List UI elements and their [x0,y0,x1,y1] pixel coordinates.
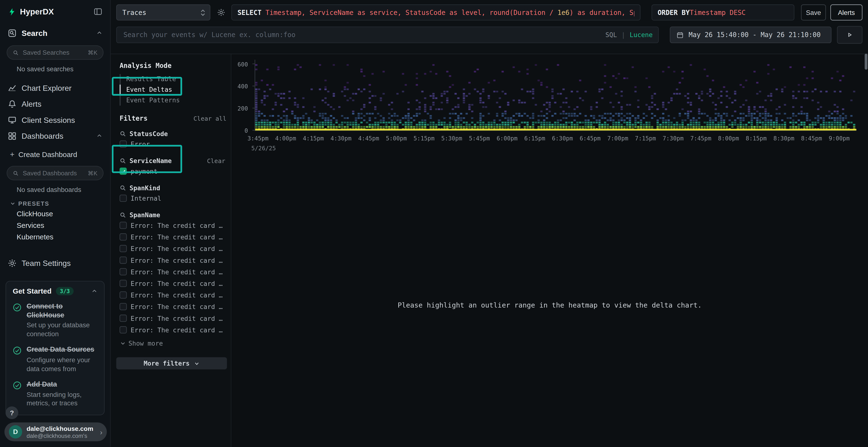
filter-group-header[interactable]: StatusCode [120,130,226,138]
presets-toggle[interactable]: PRESETS [10,200,110,207]
lang-toggle-sql[interactable]: SQL [606,31,617,39]
analysis-mode-event-patterns[interactable]: Event Patterns [120,95,226,106]
filter-option[interactable]: payment [120,166,226,176]
saved-searches-input[interactable]: Saved Searches ⌘K [7,45,104,60]
source-select[interactable]: Traces [116,4,210,21]
sidebar-item-search[interactable]: Search [0,25,110,41]
sidebar-item-label: Client Sessions [22,115,75,124]
sidebar-item-dashboards[interactable]: Dashboards [0,128,110,144]
checkbox[interactable] [120,268,127,276]
get-started-step-texts: Create Data SourcesConfigure where your … [27,346,94,373]
analysis-mode-results-table[interactable]: Results Table [120,74,226,85]
order-by-editor[interactable]: ORDER BY Timestamp DESC [651,4,794,21]
filter-group-header[interactable]: SpanName [120,211,226,219]
plus-icon: + [10,150,14,159]
filter-groups: StatusCodeErrorServiceNameClearpaymentSp… [120,130,226,347]
filter-option[interactable]: Error: The credit card … [120,278,226,289]
app-window: HyperDX Search Saved Searches ⌘K No save… [0,0,868,447]
analysis-mode-event-deltas[interactable]: Event Deltas [120,84,226,95]
chevron-down-icon [194,360,199,366]
checkbox[interactable] [120,195,127,202]
checkbox[interactable] [120,233,127,241]
x-tick-label: 7:45pm [687,135,715,142]
gear-icon [217,8,225,16]
checkbox[interactable] [120,245,127,252]
saved-dashboards-input[interactable]: Saved Dashboards ⌘K [7,166,104,180]
filter-option[interactable]: Internal [120,193,226,204]
check-circle-icon [13,303,22,312]
topbar: Traces SELECT Timestamp, ServiceName as … [111,4,868,54]
sidebar-collapse-icon[interactable] [94,7,102,16]
date-range-picker[interactable]: May 26 15:40:00 - May 26 21:10:00 [670,27,831,43]
sidebar-preset-kubernetes[interactable]: Kubernetes [0,231,110,243]
filter-option[interactable]: Error: The credit card … [120,243,226,254]
chart-icon [8,83,17,92]
checkbox[interactable] [120,280,127,287]
filter-option[interactable]: Error: The credit card … [120,301,226,312]
grid-icon [8,131,17,140]
chevron-down-icon [10,201,16,206]
filter-option[interactable]: Error: The credit card … [120,255,226,265]
sidebar: HyperDX Search Saved Searches ⌘K No save… [0,0,111,447]
checkbox[interactable] [120,303,127,310]
filters-label: Filters [120,114,148,122]
checkbox[interactable] [120,314,127,322]
sidebar-preset-services[interactable]: Services [0,219,110,231]
checkbox[interactable] [120,256,127,264]
clear-all-filters-link[interactable]: Clear all [193,115,226,122]
filter-group-header[interactable]: ServiceNameClear [120,157,226,165]
sql-select-editor[interactable]: SELECT Timestamp, ServiceName as service… [231,4,641,21]
get-started-step-title: Add Data [27,381,94,389]
checkbox[interactable] [120,291,127,299]
checkbox[interactable] [120,168,127,175]
filter-clear-link[interactable]: Clear [207,157,226,165]
sidebar-preset-clickhouse[interactable]: ClickHouse [0,208,110,219]
sidebar-item-chart-explorer[interactable]: Chart Explorer [0,80,110,96]
event-search-bar[interactable]: SQL | Lucene [116,27,659,43]
x-axis-labels: 3:45pm4:00pm4:15pm4:30pm4:45pm5:00pm5:15… [255,135,856,142]
sidebar-item-client-sessions[interactable]: Client Sessions [0,112,110,128]
checkbox[interactable] [120,222,127,229]
gear-icon [8,259,17,267]
checkbox[interactable] [120,140,127,148]
more-filters-label: More filters [144,359,190,367]
search-icon [120,131,126,137]
presets-label: PRESETS [18,200,50,207]
filters-panel: Analysis Mode Results TableEvent DeltasE… [111,54,231,447]
filter-option[interactable]: Error [120,139,226,149]
sidebar-item-alerts[interactable]: Alerts [0,96,110,112]
x-axis-date-label: 5/26/25 [251,145,276,152]
filter-option[interactable]: Error: The credit card … [120,290,226,300]
run-query-button[interactable] [837,26,863,44]
lang-toggle-lucene[interactable]: Lucene [629,31,652,39]
save-button[interactable]: Save [801,4,826,21]
filter-option[interactable]: Error: The credit card … [120,220,226,231]
create-dashboard-button[interactable]: + Create Dashboard [0,148,110,161]
x-tick-label: 5:30pm [438,135,466,142]
source-settings-button[interactable] [215,8,227,16]
filter-option[interactable]: Error: The credit card … [120,267,226,277]
show-more-link[interactable]: Show more [120,340,226,347]
filter-option[interactable]: Error: The credit card … [120,325,226,335]
filter-option[interactable]: Error: The credit card … [120,313,226,323]
x-tick-label: 4:30pm [327,135,355,142]
filter-group-header[interactable]: SpanKind [120,184,226,192]
heatmap-canvas[interactable] [255,60,856,131]
more-filters-button[interactable]: More filters [116,357,227,370]
vertical-scrollbar-thumb[interactable] [865,54,867,70]
chevron-up-icon[interactable] [91,288,97,294]
duration-heatmap[interactable] [255,60,857,131]
get-started-step: Create Data SourcesConfigure where your … [13,346,97,373]
search-input[interactable] [122,30,601,39]
alerts-button[interactable]: Alerts [830,4,863,21]
y-tick-mark [252,86,255,86]
search-icon [120,212,126,218]
bell-icon [8,99,17,108]
checkbox[interactable] [120,326,127,334]
filter-option[interactable]: Error: The credit card … [120,232,226,242]
help-button[interactable]: ? [5,407,18,419]
sidebar-item-team-settings[interactable]: Team Settings [0,255,110,271]
user-menu[interactable]: D dale@clickhouse.com dale@clickhouse.co… [4,423,107,442]
app-logo[interactable]: HyperDX [8,7,54,16]
chevron-up-icon [96,133,102,139]
